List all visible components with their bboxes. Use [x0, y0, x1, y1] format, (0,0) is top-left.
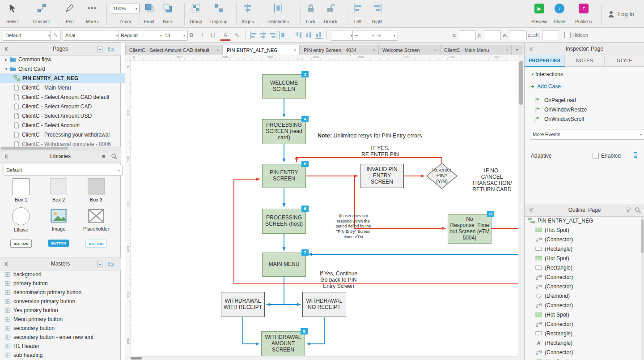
page-tree-item[interactable]: ClientC - Select Amount USD: [0, 111, 134, 120]
outline-scrollbar[interactable]: [641, 217, 644, 360]
master-item[interactable]: H1 Header: [0, 342, 125, 351]
collapse-arrow-icon[interactable]: ▾: [4, 67, 9, 71]
outline-item[interactable]: (Connector): [525, 272, 644, 282]
tab-close-icon[interactable]: ×: [294, 47, 297, 53]
h-input[interactable]: [542, 30, 559, 40]
arrow-style-select[interactable]: ⇢▾: [374, 30, 398, 41]
add-folder-icon[interactable]: [107, 261, 114, 267]
flow-node-no-response-timeout[interactable]: No Response_Time out Screen (eTM 5004) 2…: [448, 214, 491, 244]
document-tab[interactable]: Welcome Screen ×: [378, 45, 440, 55]
add-case-button[interactable]: + Add Case: [531, 83, 561, 90]
align-text-justify-icon[interactable]: [279, 31, 287, 39]
library-select[interactable]: Default ▾: [4, 165, 123, 176]
italic-button[interactable]: I: [197, 30, 208, 41]
master-item[interactable]: secondary button: [0, 324, 125, 333]
x-input[interactable]: [459, 30, 476, 40]
outline-item[interactable]: (Hot Spot): [525, 253, 644, 263]
canvas-horizontal-scrollbar[interactable]: [125, 356, 518, 360]
align-top-icon[interactable]: [295, 31, 303, 39]
font-weight-select[interactable]: Regular▾: [118, 30, 165, 41]
master-item[interactable]: Menu primary button: [0, 315, 125, 324]
align-bottom-icon[interactable]: [315, 31, 322, 39]
outline-item[interactable]: (Rectangle): [525, 329, 644, 338]
filter-funnel-icon[interactable]: [625, 207, 631, 214]
font-family-select[interactable]: Arial▾: [63, 30, 121, 41]
flow-node-welcome-screen[interactable]: WELCOME SCREEN 3: [262, 74, 306, 99]
design-canvas[interactable]: 0 100 200 300 400 500 600 700 800 0 100 …: [125, 55, 518, 356]
bring-front-button[interactable]: Front: [144, 4, 154, 24]
library-item-button-outline[interactable]: BUTTON: [4, 240, 38, 248]
adaptive-views-icon[interactable]: [632, 151, 639, 159]
tab-notes[interactable]: NOTES: [565, 55, 605, 67]
share-button[interactable]: ↑ Share: [554, 4, 566, 24]
tab-close-icon[interactable]: ×: [217, 47, 220, 53]
master-item[interactable]: background: [0, 270, 125, 279]
search-icon[interactable]: [635, 207, 641, 214]
page-tree-item[interactable]: ClientC - Processing your withdrawal: [0, 130, 134, 139]
flow-node-pin-entry-screen[interactable]: PIN ENTRY SCREEN 5: [262, 164, 306, 188]
highlight-color-button[interactable]: ✎: [232, 30, 242, 41]
event-onwindowscroll[interactable]: OnWindowScroll: [534, 115, 584, 123]
outline-item[interactable]: (Rectangle): [525, 263, 644, 272]
more-tools-button[interactable]: ••• More▾: [86, 4, 99, 24]
flow-node-withdrawal-no-receipt[interactable]: WITHDRAWAL NO RECEIPT: [302, 292, 346, 317]
page-folder-client-card[interactable]: ▾ Client Card: [0, 64, 124, 73]
page-folder-common-flow[interactable]: ▸ Common flow: [0, 55, 124, 64]
master-item[interactable]: conversion primary button: [0, 297, 125, 306]
document-tab[interactable]: PIN entry Screen - 4034 ×: [300, 45, 378, 55]
more-events-select[interactable]: More Events ▾: [530, 129, 644, 140]
document-tab-active[interactable]: PIN ENTRY_ALT_NEG ×: [223, 45, 300, 55]
library-item-box1[interactable]: Box 1: [4, 178, 38, 202]
outline-item[interactable]: (Connector): [525, 282, 644, 291]
add-page-icon[interactable]: [97, 46, 103, 52]
event-onpageload[interactable]: OnPageLoad: [534, 96, 576, 104]
select-tool-button[interactable]: Select: [6, 4, 19, 24]
outline-item-page[interactable]: PIN ENTRY_ALT_NEG: [525, 216, 644, 225]
login-button[interactable]: Log In: [607, 0, 634, 28]
add-master-icon[interactable]: [97, 261, 103, 267]
distribute-button[interactable]: Distribute▾: [267, 4, 289, 24]
send-back-button[interactable]: Back: [163, 4, 173, 24]
library-item-box2[interactable]: Box 2: [41, 178, 76, 202]
align-left-button[interactable]: Left: [353, 4, 362, 24]
menu-icon[interactable]: ≡: [102, 153, 106, 160]
outline-item[interactable]: (Rectangle): [525, 244, 644, 253]
master-item[interactable]: Yes primary button: [0, 306, 125, 315]
expand-arrow-icon[interactable]: ▸: [4, 57, 9, 62]
outline-item[interactable]: (Hot Spot): [525, 310, 644, 319]
outline-item[interactable]: (Connector): [525, 235, 644, 244]
outline-item[interactable]: (Connector): [525, 347, 644, 357]
outline-item[interactable]: (Connector): [525, 319, 644, 329]
library-item-image[interactable]: Image: [41, 207, 76, 231]
tab-close-icon[interactable]: ×: [506, 47, 508, 53]
event-onwindowresize[interactable]: OnWindowResize: [534, 106, 587, 114]
preview-button[interactable]: ▶ Preview: [531, 4, 547, 24]
align-right-button[interactable]: Right: [372, 4, 382, 24]
link-dimensions-icon[interactable]: ⊏⊐: [528, 32, 536, 38]
publish-button[interactable]: ↥ Publish▾: [575, 4, 593, 24]
group-button[interactable]: Group: [190, 4, 202, 24]
lock-button[interactable]: Lock: [306, 4, 315, 24]
flow-node-invalid-pin-entry-screen[interactable]: INVALID PIN ENTRY SCREEN: [360, 164, 404, 188]
bold-button[interactable]: B: [186, 30, 197, 41]
master-item[interactable]: denomination primary button: [0, 288, 125, 297]
zoom-control[interactable]: 100% ▾ Zoom: [111, 4, 140, 24]
flow-node-withdrawal-amount-screen[interactable]: WITHDRAWAL AMOUNT SCREEN 9: [261, 331, 305, 356]
style-edit-button[interactable]: ✎: [50, 30, 61, 41]
w-input[interactable]: [510, 30, 527, 40]
scrollbar-thumb[interactable]: [519, 61, 523, 105]
outline-item[interactable]: (Diamond): [525, 291, 644, 300]
page-tree-item-selected[interactable]: PIN ENTRY_ALT_NEG: [0, 73, 134, 83]
master-item[interactable]: secondary button - enter new amt: [0, 333, 125, 342]
outline-item[interactable]: A(Rectangle): [525, 338, 644, 347]
document-tab[interactable]: ClientC - Main Menu ×: [440, 45, 512, 55]
pen-tool-button[interactable]: Pen: [65, 4, 74, 24]
tab-properties[interactable]: PROPERTIES: [525, 55, 565, 67]
underline-button[interactable]: U: [208, 30, 218, 41]
master-item[interactable]: sub heading: [0, 351, 125, 360]
align-text-right-icon[interactable]: [269, 31, 277, 39]
align-text-center-icon[interactable]: [259, 31, 267, 39]
pages-horizontal-scrollbar[interactable]: [0, 146, 121, 150]
canvas-vertical-scrollbar[interactable]: [518, 55, 524, 360]
tab-style[interactable]: STYLE: [605, 55, 644, 67]
